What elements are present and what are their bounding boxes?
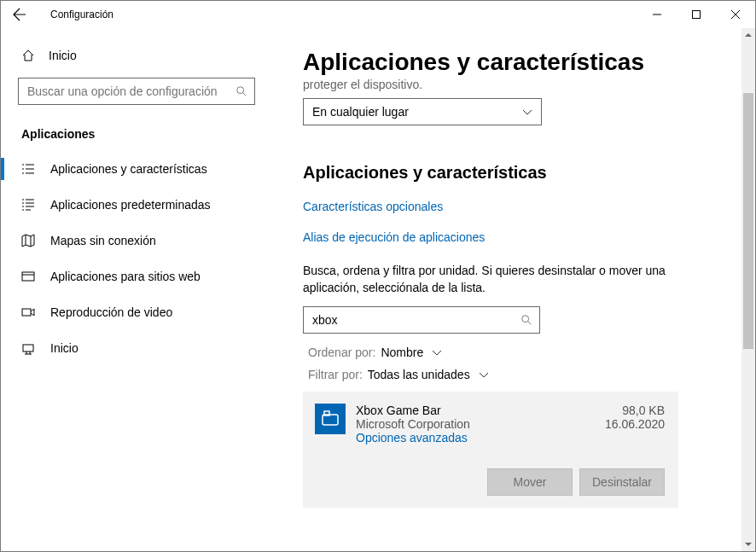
nav-label: Aplicaciones para sitios web [50,270,201,283]
titlebar-left: Configuración [8,3,113,26]
main-scrollbar[interactable] [741,28,755,551]
sidebar-nav: Aplicaciones y características Aplicacio… [1,151,272,366]
minimize-icon [653,10,661,19]
dropdown-value: En cualquier lugar [312,105,409,119]
scroll-track[interactable] [741,42,755,537]
map-icon [21,234,35,247]
nav-label: Aplicaciones predeterminadas [50,198,211,212]
app-list-item[interactable]: Xbox Game Bar Microsoft Corporation Opci… [303,392,678,508]
app-info: Xbox Game Bar Microsoft Corporation Opci… [356,404,595,445]
app-publisher: Microsoft Corporation [356,417,595,431]
scroll-up-button[interactable] [741,28,755,42]
scroll-thumb[interactable] [743,93,753,349]
app-date: 16.06.2020 [605,417,665,431]
source-description-partial: proteger el dispositivo. [303,78,721,91]
close-button[interactable] [716,1,755,28]
move-button: Mover [487,468,573,496]
search-icon [236,85,247,97]
app-size: 98,0 KB [605,404,665,417]
app-name: Xbox Game Bar [356,404,595,417]
nav-label: Inicio [50,341,79,355]
startup-icon [21,341,35,355]
window-body: Inicio Aplicaciones Aplicaciones y carac… [1,28,755,551]
svg-rect-3 [22,309,31,316]
nav-default-apps[interactable]: Aplicaciones predeterminadas [1,187,272,223]
sidebar: Inicio Aplicaciones Aplicaciones y carac… [1,28,272,551]
nav-startup[interactable]: Inicio [1,330,272,366]
chevron-down-icon [479,369,489,380]
svg-rect-4 [23,345,33,352]
titlebar: Configuración [1,1,755,28]
optional-features-link[interactable]: Características opcionales [303,200,721,213]
sidebar-search[interactable] [18,78,255,105]
filter-by-control[interactable]: Filtrar por: Todas las unidades [303,368,721,381]
main-content: Aplicaciones y características proteger … [272,28,755,551]
video-icon [21,305,35,319]
svg-rect-7 [324,411,329,415]
nav-video-playback[interactable]: Reproducción de video [1,294,272,330]
app-actions: Mover Desinstalar [315,468,665,496]
maximize-icon [692,10,701,19]
back-button[interactable] [8,3,32,26]
websites-icon [21,270,35,283]
chevron-down-icon [522,107,532,117]
close-icon [731,10,740,19]
nav-label: Reproducción de video [50,305,172,319]
uninstall-button: Desinstalar [579,468,665,496]
advanced-options-link[interactable]: Opciones avanzadas [356,431,595,445]
filter-description: Busca, ordena y filtra por unidad. Si qu… [303,263,670,296]
nav-label: Aplicaciones y características [50,162,207,176]
maximize-button[interactable] [677,1,716,28]
defaults-icon [21,198,35,212]
svg-point-5 [522,316,529,322]
sort-label: Ordenar por: [308,346,375,359]
home-button[interactable]: Inicio [1,40,272,71]
sidebar-section-label: Aplicaciones [1,105,272,151]
execution-alias-link[interactable]: Alias de ejecución de aplicaciones [303,230,721,244]
minimize-button[interactable] [637,1,677,28]
window-title: Configuración [50,9,113,20]
svg-rect-2 [22,272,34,281]
svg-point-1 [237,87,244,94]
home-label: Inicio [49,49,77,62]
nav-label: Mapas sin conexión [50,234,156,247]
list-icon [21,162,35,176]
page-heading: Aplicaciones y características [303,49,721,76]
nav-apps-websites[interactable]: Aplicaciones para sitios web [1,259,272,294]
filter-value: Todas las unidades [368,368,470,381]
nav-offline-maps[interactable]: Mapas sin conexión [1,223,272,259]
home-icon [21,49,35,62]
xbox-gamebar-icon [322,410,339,427]
chevron-down-icon [432,347,442,357]
section-heading: Aplicaciones y características [303,163,721,183]
sort-value: Nombre [381,346,423,359]
sort-by-control[interactable]: Ordenar por: Nombre [303,346,721,359]
back-arrow-icon [13,8,26,21]
app-row-top: Xbox Game Bar Microsoft Corporation Opci… [315,404,665,445]
app-search-box[interactable] [303,306,540,334]
window-controls [637,1,755,28]
scroll-down-button[interactable] [741,537,755,551]
svg-rect-6 [323,415,338,425]
nav-apps-features[interactable]: Aplicaciones y características [1,151,272,187]
filter-label: Filtrar por: [308,368,363,381]
settings-window: Configuración Inicio Aplicaciones [0,0,756,552]
sidebar-search-input[interactable] [27,84,236,98]
install-source-dropdown[interactable]: En cualquier lugar [303,98,542,125]
search-icon [520,314,532,326]
app-icon [315,404,346,434]
app-meta: 98,0 KB 16.06.2020 [605,404,665,445]
app-search-input[interactable] [312,313,520,327]
svg-rect-0 [693,11,701,19]
